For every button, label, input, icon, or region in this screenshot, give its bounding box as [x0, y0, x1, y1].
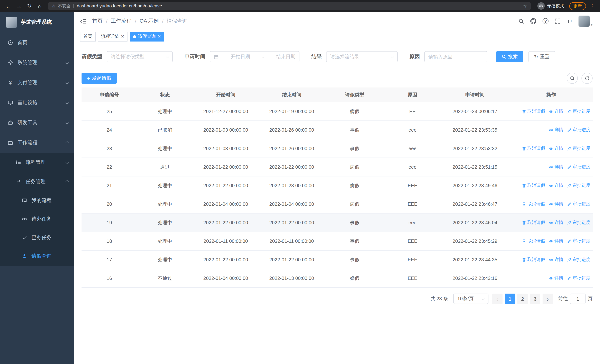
detail-link[interactable]: 详情 — [549, 238, 563, 244]
detail-link[interactable]: 详情 — [549, 108, 563, 114]
result-select[interactable]: 请选择流结果 — [326, 51, 398, 62]
detail-link[interactable]: 详情 — [549, 275, 563, 281]
sidebar-item-home[interactable]: 首页 — [0, 33, 74, 53]
chevron-down-icon — [166, 55, 169, 58]
sidebar-item-task-management[interactable]: 任务管理 — [0, 172, 74, 191]
next-page-button[interactable]: › — [543, 294, 553, 304]
close-icon[interactable]: ✕ — [158, 34, 161, 39]
apply-time-range-picker[interactable]: 开始日期 - 结束日期 — [210, 51, 300, 62]
approval-progress-link[interactable]: 审批进度 — [567, 127, 590, 133]
cell-end-time: 2022-01-26 00:00:00 — [259, 127, 325, 133]
detail-link[interactable]: 详情 — [549, 127, 563, 133]
goto-page-input[interactable] — [570, 294, 586, 304]
approval-progress-link[interactable]: 审批进度 — [567, 108, 590, 114]
fullscreen-icon[interactable] — [555, 18, 561, 24]
cancel-leave-link[interactable]: 取消请假 — [522, 219, 545, 226]
breadcrumb-current: 请假查询 — [167, 18, 188, 24]
leave-type-select[interactable]: 请选择请假类型 — [107, 51, 173, 62]
breadcrumb-separator: / — [162, 18, 163, 24]
create-leave-button[interactable]: + 发起请假 — [82, 73, 117, 84]
bookmark-star-icon[interactable]: ☆ — [523, 3, 527, 9]
github-icon[interactable] — [531, 18, 536, 24]
column-header: 申请时间 — [440, 91, 510, 98]
update-button[interactable]: 更新 — [569, 2, 586, 10]
detail-link[interactable]: 详情 — [549, 219, 563, 226]
user-menu[interactable]: ▾ — [579, 16, 593, 27]
tab-leave-query[interactable]: 请假查询 ✕ — [130, 32, 164, 41]
cell-actions: 取消请假 详情 审批进度 — [510, 238, 593, 244]
page-button-3[interactable]: 3 — [530, 294, 540, 304]
detail-link[interactable]: 详情 — [549, 201, 563, 207]
tags-view: 首页 流程详情 ✕ 请假查询 ✕ — [74, 30, 600, 43]
sidebar-item-payment[interactable]: ¥ 支付管理 — [0, 73, 74, 93]
sidebar-item-infrastructure[interactable]: 基础设施 — [0, 93, 74, 113]
reset-button[interactable]: ↻ 重置 — [528, 51, 555, 62]
cancel-leave-link[interactable]: 取消请假 — [522, 238, 545, 244]
tab-process-detail[interactable]: 流程详情 ✕ — [98, 32, 128, 41]
approval-progress-link[interactable]: 审批进度 — [567, 238, 590, 244]
approval-progress-link[interactable]: 审批进度 — [567, 275, 590, 281]
sidebar-item-completed-tasks[interactable]: 已办任务 — [0, 228, 74, 247]
font-size-icon[interactable]: TT — [567, 18, 572, 24]
cell-reason: eee — [385, 146, 440, 151]
flag-icon — [16, 179, 21, 184]
detail-link[interactable]: 详情 — [549, 145, 563, 152]
button-label: 发起请假 — [92, 75, 111, 82]
home-icon[interactable]: ⌂ — [35, 1, 45, 10]
search-icon[interactable] — [519, 18, 524, 24]
url-text: dashboard.yudao.iocoder.cn/bpm/oa/leave — [77, 3, 162, 9]
breadcrumb-item[interactable]: 首页 — [92, 18, 103, 24]
cancel-leave-link[interactable]: 取消请假 — [522, 257, 545, 263]
page-button-2[interactable]: 2 — [517, 294, 528, 304]
prev-page-button[interactable]: ‹ — [492, 294, 503, 304]
action-label: 取消请假 — [527, 219, 545, 226]
sidebar-item-pending-tasks[interactable]: 待办任务 — [0, 210, 74, 228]
sidebar-item-label: 首页 — [18, 39, 28, 46]
approval-progress-link[interactable]: 审批进度 — [567, 201, 590, 207]
refresh-table-button[interactable] — [581, 73, 593, 84]
sidebar-item-system[interactable]: 系统管理 — [0, 53, 74, 73]
sidebar-item-process-management[interactable]: 流程管理 — [0, 153, 74, 172]
leave-table: 申请编号 状态 开始时间 结束时间 请假类型 原因 申请时间 操作 25 处理中… — [82, 87, 593, 288]
cell-actions: 取消请假 详情 审批进度 — [510, 201, 593, 207]
reload-icon[interactable]: ↻ — [24, 1, 34, 10]
reason-input[interactable] — [424, 51, 487, 62]
detail-link[interactable]: 详情 — [549, 257, 563, 263]
cancel-leave-link[interactable]: 取消请假 — [522, 108, 545, 114]
toggle-search-button[interactable] — [567, 73, 578, 84]
sidebar-item-my-processes[interactable]: 我的流程 — [0, 191, 74, 210]
tab-home[interactable]: 首页 — [80, 32, 96, 41]
action-label: 取消请假 — [527, 182, 545, 189]
breadcrumb-item[interactable]: 工作流程 — [111, 18, 131, 24]
cancel-leave-link[interactable]: 取消请假 — [522, 201, 545, 207]
approval-progress-link[interactable]: 审批进度 — [567, 164, 590, 170]
address-bar[interactable]: ⚠ 不安全 dashboard.yudao.iocoder.cn/bpm/oa/… — [48, 2, 531, 10]
close-icon[interactable]: ✕ — [121, 34, 124, 39]
page-size-select[interactable]: 10条/页 — [453, 294, 488, 304]
cancel-leave-link[interactable]: 取消请假 — [522, 182, 545, 189]
browser-menu-icon[interactable]: ⋮ — [588, 3, 596, 9]
sidebar-item-devtools[interactable]: 研发工具 — [0, 113, 74, 133]
back-icon[interactable]: ← — [4, 1, 13, 10]
approval-progress-link[interactable]: 审批进度 — [567, 219, 590, 226]
sidebar-fold-icon[interactable] — [80, 18, 86, 24]
approval-progress-link[interactable]: 审批进度 — [567, 182, 590, 189]
cell-leave-type: 事假 — [325, 145, 385, 152]
sidebar-item-workflow[interactable]: 工作流程 — [0, 133, 74, 153]
help-icon[interactable]: ? — [543, 18, 549, 24]
detail-link[interactable]: 详情 — [549, 164, 563, 170]
breadcrumb-item[interactable]: OA 示例 — [140, 18, 159, 24]
cell-end-time: 2022-01-26 00:00:00 — [259, 146, 325, 151]
sidebar-item-leave-query[interactable]: 请假查询 — [0, 247, 74, 265]
action-label: 取消请假 — [527, 108, 545, 114]
chevron-down-icon — [482, 297, 485, 300]
search-button[interactable]: 搜索 — [496, 51, 523, 62]
chevron-down-icon — [66, 61, 69, 64]
forward-icon[interactable]: → — [14, 1, 24, 10]
approval-progress-link[interactable]: 审批进度 — [567, 145, 590, 152]
detail-link[interactable]: 详情 — [549, 182, 563, 189]
cancel-leave-link[interactable]: 取消请假 — [522, 145, 545, 152]
action-label: 取消请假 — [527, 257, 545, 263]
page-button-1[interactable]: 1 — [505, 294, 515, 304]
approval-progress-link[interactable]: 审批进度 — [567, 257, 590, 263]
